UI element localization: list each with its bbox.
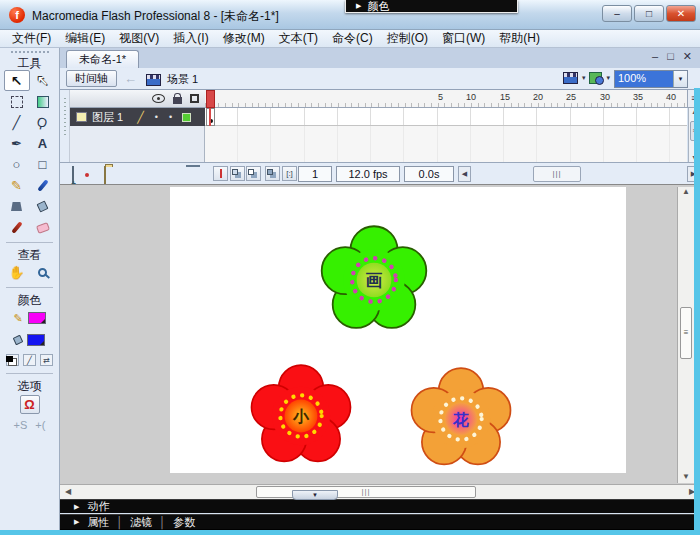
menu-text[interactable]: 文本(T) bbox=[272, 30, 325, 47]
menu-window[interactable]: 窗口(W) bbox=[435, 30, 492, 47]
menu-view[interactable]: 视图(V) bbox=[112, 30, 166, 47]
doc-close-button[interactable]: ✕ bbox=[683, 50, 692, 63]
no-color-button[interactable]: ╱ bbox=[23, 354, 36, 366]
oval-tool[interactable]: ○ bbox=[4, 154, 30, 175]
eyedropper-tool[interactable] bbox=[4, 217, 30, 238]
properties-tab[interactable]: 属性 bbox=[87, 515, 109, 530]
pen-tool[interactable]: ✒ bbox=[4, 133, 30, 154]
subselection-tool[interactable]: ↖ bbox=[30, 70, 56, 91]
edit-multiple-frames-button[interactable] bbox=[265, 166, 280, 181]
text-tool[interactable]: A bbox=[30, 133, 56, 154]
flower-green[interactable]: 画 bbox=[318, 224, 430, 336]
layer-row[interactable]: 图层 1 ╱ • • bbox=[70, 108, 205, 126]
stroke-color-swatch[interactable] bbox=[28, 312, 46, 324]
properties-panel-bar[interactable]: ▶ 属性 │ 滤镜 │ 参数 bbox=[60, 514, 700, 530]
menu-insert[interactable]: 插入(I) bbox=[166, 30, 215, 47]
hand-icon: ✋ bbox=[8, 265, 24, 280]
panel-collapse-tab[interactable]: ▼ bbox=[292, 490, 338, 500]
stage-horizontal-scrollbar[interactable]: ◀ ||| ▶ bbox=[60, 484, 700, 499]
maximize-button[interactable]: □ bbox=[634, 5, 664, 22]
panel-grip[interactable] bbox=[11, 51, 49, 53]
document-tab[interactable]: 未命名-1* bbox=[66, 50, 139, 68]
frames-row[interactable] bbox=[205, 108, 687, 126]
zoom-dropdown-button[interactable]: ▾ bbox=[673, 71, 687, 87]
scroll-down-icon[interactable]: ▼ bbox=[678, 472, 694, 481]
menu-file[interactable]: 文件(F) bbox=[5, 30, 58, 47]
default-colors-button[interactable] bbox=[6, 354, 19, 366]
frames-scroll-left-button[interactable]: ◀ bbox=[458, 166, 471, 182]
pencil-tool[interactable]: ✎ bbox=[4, 175, 30, 196]
eraser-tool[interactable] bbox=[30, 217, 56, 238]
free-transform-tool[interactable] bbox=[4, 91, 30, 112]
zoom-combobox[interactable]: 100% ▾ bbox=[614, 70, 688, 88]
ink-bottle-tool[interactable] bbox=[4, 196, 30, 217]
current-frame-field[interactable]: 1 bbox=[298, 166, 332, 182]
zoom-tool[interactable] bbox=[30, 262, 56, 283]
stage-hscroll-thumb[interactable]: ||| bbox=[256, 486, 476, 498]
edit-symbols-caret-icon[interactable]: ▾ bbox=[606, 74, 610, 82]
swap-colors-button[interactable]: ⇄ bbox=[40, 354, 53, 366]
stage-vertical-scrollbar[interactable]: ▲ ≡ ▼ bbox=[677, 187, 694, 483]
playhead[interactable] bbox=[206, 90, 215, 108]
onion-skin-button[interactable] bbox=[230, 166, 245, 181]
doc-minimize-button[interactable]: – bbox=[652, 50, 658, 63]
frames-empty[interactable] bbox=[205, 126, 687, 162]
gradient-transform-tool[interactable] bbox=[30, 91, 56, 112]
hand-tool[interactable]: ✋ bbox=[4, 262, 30, 283]
insert-layer-folder-button[interactable] bbox=[104, 167, 106, 185]
edit-scene-icon[interactable] bbox=[563, 72, 578, 84]
scroll-left-icon[interactable]: ◀ bbox=[62, 487, 74, 496]
brush-tool[interactable] bbox=[30, 175, 56, 196]
timeline-grip[interactable] bbox=[60, 90, 70, 162]
lasso-tool[interactable]: Ϙ bbox=[30, 112, 56, 133]
paint-bucket-tool[interactable] bbox=[30, 196, 56, 217]
rectangle-tool[interactable]: □ bbox=[30, 154, 56, 175]
edit-symbols-icon[interactable] bbox=[589, 72, 602, 84]
elapsed-time-field[interactable]: 0.0s bbox=[404, 166, 454, 182]
parameters-tab[interactable]: 参数 bbox=[173, 515, 195, 530]
layer-visibility-dot[interactable]: • bbox=[155, 112, 158, 122]
zoom-value[interactable]: 100% bbox=[615, 71, 673, 87]
stage-vscroll-thumb[interactable]: ≡ bbox=[680, 307, 692, 359]
flower-orange[interactable]: 花 bbox=[408, 366, 514, 472]
menu-help[interactable]: 帮助(H) bbox=[492, 30, 547, 47]
filters-tab[interactable]: 滤镜 bbox=[130, 515, 152, 530]
menu-commands[interactable]: 命令(C) bbox=[325, 30, 380, 47]
layer-name[interactable]: 图层 1 bbox=[92, 110, 123, 125]
flower-red[interactable]: 小 bbox=[248, 363, 354, 469]
line-tool[interactable]: ╱ bbox=[4, 112, 30, 133]
outline-icon[interactable] bbox=[190, 94, 199, 103]
panel-expand-icon: ▶ bbox=[356, 2, 361, 10]
actions-panel-bar[interactable]: ▶ 动作 bbox=[60, 499, 700, 513]
insert-layer-button[interactable] bbox=[72, 167, 74, 185]
menu-edit[interactable]: 编辑(E) bbox=[58, 30, 112, 47]
layer-outline-color-square[interactable] bbox=[182, 113, 191, 122]
menu-control[interactable]: 控制(O) bbox=[380, 30, 435, 47]
smooth-option[interactable]: +S bbox=[14, 419, 28, 431]
center-frame-button[interactable] bbox=[213, 166, 228, 181]
close-button[interactable]: ✕ bbox=[666, 5, 696, 22]
lock-icon[interactable] bbox=[173, 97, 182, 104]
window-title: Macromedia Flash Professional 8 - [未命名-1… bbox=[32, 8, 279, 25]
doc-restore-button[interactable]: □ bbox=[667, 50, 674, 63]
modify-onion-markers-button[interactable]: [:] bbox=[282, 166, 297, 181]
back-arrow-icon[interactable]: ← bbox=[124, 71, 137, 86]
frames-scroll-thumb[interactable]: ||| bbox=[533, 166, 581, 182]
edit-scene-caret-icon[interactable]: ▾ bbox=[582, 74, 586, 82]
timeline-ruler[interactable]: 5 10 15 20 25 30 35 40 45 50 55 60 65 7 bbox=[205, 90, 687, 108]
snap-to-objects-button[interactable]: Ω bbox=[20, 395, 40, 414]
frame-rate-field[interactable]: 12.0 fps bbox=[336, 166, 400, 182]
timeline-toggle-button[interactable]: 时间轴 bbox=[66, 70, 117, 87]
minimize-button[interactable]: – bbox=[602, 5, 632, 22]
selection-tool[interactable]: ↖ bbox=[4, 70, 30, 91]
show-hide-icon[interactable] bbox=[152, 94, 165, 103]
straighten-option[interactable]: +( bbox=[35, 419, 45, 431]
fill-color-swatch[interactable] bbox=[27, 334, 45, 346]
stage-pasteboard[interactable]: 画 小 花 bbox=[60, 184, 700, 484]
menu-modify[interactable]: 修改(M) bbox=[216, 30, 272, 47]
layer-lock-dot[interactable]: • bbox=[169, 112, 172, 122]
floating-color-panel[interactable]: ▶ 颜色 bbox=[345, 0, 518, 13]
scroll-up-icon[interactable]: ▲ bbox=[682, 187, 690, 196]
ink-bottle-icon bbox=[11, 202, 22, 211]
onion-skin-outlines-button[interactable] bbox=[246, 166, 261, 181]
